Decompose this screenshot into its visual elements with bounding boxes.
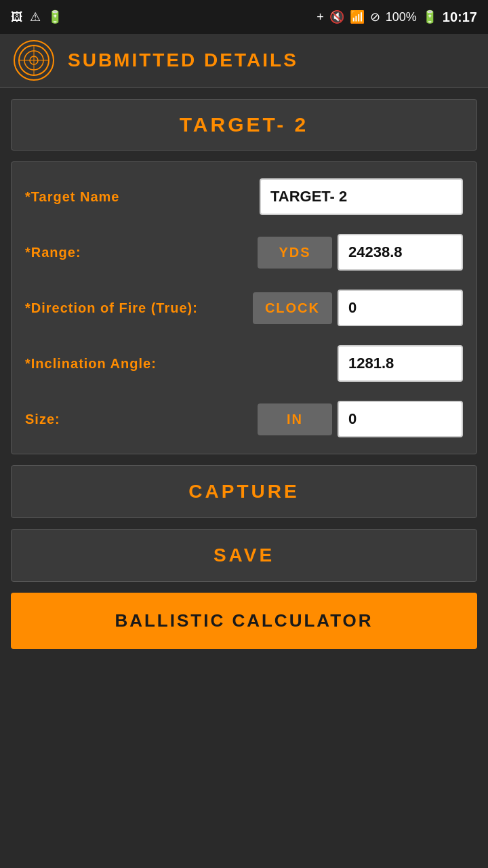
target-title: TARGET- 2 — [25, 113, 463, 136]
size-label: Size: — [25, 410, 249, 428]
image-icon: 🖼 — [11, 10, 23, 24]
battery-icon: 🔋 — [422, 9, 437, 24]
range-controls: YDS — [258, 234, 463, 271]
range-input[interactable] — [338, 234, 463, 271]
capture-button[interactable]: Capture — [11, 465, 477, 518]
mute-icon: 🔇 — [329, 9, 344, 24]
range-row: *Range: YDS — [25, 234, 463, 271]
battery-status-icon: 🔋 — [47, 9, 62, 24]
size-controls: IN — [258, 401, 463, 437]
app-logo — [14, 40, 54, 81]
target-name-label: *Target Name — [25, 188, 251, 205]
inclination-row: *Inclination Angle: — [25, 345, 463, 382]
size-input[interactable] — [338, 401, 463, 437]
target-name-input[interactable] — [260, 178, 463, 215]
wifi-icon: 📶 — [350, 9, 365, 24]
signal-icon: ⊘ — [370, 9, 380, 24]
status-bar-right: + 🔇 📶 ⊘ 100% 🔋 10:17 — [317, 9, 477, 25]
app-title: SUBMITTED DETAILS — [68, 50, 298, 71]
target-header-card: TARGET- 2 — [11, 99, 477, 151]
direction-label: *Direction of Fire (True): — [25, 299, 245, 317]
direction-unit-button[interactable]: CLOCK — [253, 292, 332, 324]
status-time: 10:17 — [443, 9, 477, 25]
size-row: Size: IN — [25, 401, 463, 437]
inclination-controls — [338, 345, 463, 382]
direction-row: *Direction of Fire (True): CLOCK — [25, 290, 463, 326]
direction-input[interactable] — [338, 290, 463, 326]
inclination-label: *Inclination Angle: — [25, 355, 329, 372]
status-bar: 🖼 ⚠ 🔋 + 🔇 📶 ⊘ 100% 🔋 10:17 — [0, 0, 488, 34]
alert-icon: ⚠ — [30, 9, 41, 24]
bluetooth-icon: + — [317, 10, 324, 24]
app-header: SUBMITTED DETAILS — [0, 34, 488, 88]
ballistic-calculator-button[interactable]: BALLISTIC CALCULATOR — [11, 593, 477, 649]
target-name-row: *Target Name — [25, 178, 463, 215]
save-button[interactable]: Save — [11, 529, 477, 582]
main-content: TARGET- 2 *Target Name *Range: YDS *Dire… — [0, 88, 488, 660]
size-unit-button[interactable]: IN — [258, 403, 332, 435]
inclination-input[interactable] — [338, 345, 463, 382]
form-card: *Target Name *Range: YDS *Direction of F… — [11, 161, 477, 454]
target-name-controls — [260, 178, 463, 215]
range-label: *Range: — [25, 243, 249, 261]
range-unit-button[interactable]: YDS — [258, 237, 332, 269]
battery-percent: 100% — [386, 10, 417, 24]
status-bar-left: 🖼 ⚠ 🔋 — [11, 9, 62, 24]
direction-controls: CLOCK — [253, 290, 463, 326]
